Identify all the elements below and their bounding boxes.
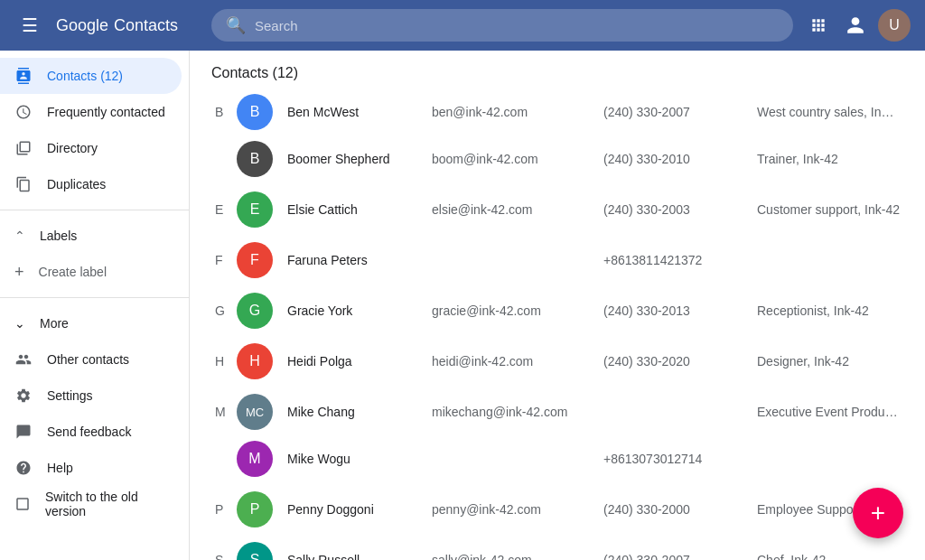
- search-bar[interactable]: 🔍: [211, 9, 793, 42]
- contact-org: Designer, Ink-42: [757, 354, 900, 369]
- contact-phone: (240) 330-2013: [603, 303, 757, 318]
- contact-row[interactable]: BBoomer Shepherdboom@ink-42.com(240) 330…: [211, 135, 903, 182]
- group-letter: P: [215, 502, 237, 517]
- contact-avatar: F: [237, 242, 273, 278]
- contact-group-h: HHHeidi Polgaheidi@ink-42.com(240) 330-2…: [211, 338, 903, 385]
- search-icon: 🔍: [226, 15, 246, 35]
- contact-group-g: GGGracie Yorkgracie@ink-42.com(240) 330-…: [211, 287, 903, 334]
- sidebar-item-contacts[interactable]: Contacts (12): [0, 58, 182, 94]
- frequently-icon: [14, 104, 33, 120]
- contact-row[interactable]: FFFaruna Peters+8613811421372: [211, 237, 903, 284]
- contact-row[interactable]: SSSally Russellsally@ink-42.com(240) 330…: [211, 537, 903, 560]
- contact-avatar: P: [237, 491, 273, 527]
- feedback-label: Send feedback: [47, 425, 131, 439]
- contacts-table: BBBen McWestben@ink-42.com(240) 330-2007…: [211, 89, 903, 560]
- contact-avatar: E: [237, 191, 273, 228]
- search-input[interactable]: [255, 18, 779, 33]
- contact-row[interactable]: MMike Wogu+8613073012714: [211, 435, 903, 482]
- contact-avatar: S: [237, 542, 273, 560]
- contact-name: Elsie Cattich: [287, 202, 432, 217]
- menu-icon[interactable]: ☰: [14, 7, 45, 43]
- settings-label: Settings: [47, 388, 93, 403]
- contact-avatar: G: [237, 293, 273, 329]
- feedback-icon: [14, 424, 33, 440]
- contact-row[interactable]: HHHeidi Polgaheidi@ink-42.com(240) 330-2…: [211, 338, 903, 385]
- duplicates-label: Duplicates: [47, 177, 106, 191]
- directory-icon: [14, 140, 33, 156]
- contact-org: Chef, Ink-42: [757, 553, 900, 560]
- group-letter: S: [215, 553, 237, 560]
- switch-label: Switch to the old version: [45, 490, 167, 518]
- contact-email: heidi@ink-42.com: [432, 354, 603, 369]
- group-letter: H: [215, 354, 237, 369]
- create-label-btn[interactable]: + Create label: [0, 254, 189, 290]
- sidebar-item-switch[interactable]: Switch to the old version: [0, 486, 182, 522]
- contact-group-b: BBBen McWestben@ink-42.com(240) 330-2007…: [211, 89, 903, 182]
- contact-email: elsie@ink-42.com: [432, 202, 603, 217]
- sidebar-item-feedback[interactable]: Send feedback: [0, 414, 182, 450]
- settings-icon: [14, 387, 33, 404]
- contact-phone: (240) 330-2007: [603, 553, 757, 560]
- contact-phone: (240) 330-2003: [603, 202, 757, 217]
- other-contacts-label: Other contacts: [47, 352, 129, 367]
- apps-icon[interactable]: [804, 11, 833, 40]
- sidebar-item-duplicates[interactable]: Duplicates: [0, 166, 182, 202]
- contact-phone: (240) 330-2020: [603, 354, 757, 369]
- contact-org: West country sales, Ink-42: [757, 105, 900, 119]
- contact-group-f: FFFaruna Peters+8613811421372: [211, 237, 903, 284]
- group-letter: G: [215, 303, 237, 318]
- contact-email: penny@ink-42.com: [432, 502, 603, 517]
- contact-name: Gracie York: [287, 303, 432, 318]
- sidebar-item-directory[interactable]: Directory: [0, 130, 182, 166]
- help-label: Help: [47, 461, 73, 475]
- group-letter: E: [215, 202, 237, 217]
- contacts-label: Contacts (12): [47, 69, 123, 83]
- contact-name: Mike Chang: [287, 405, 432, 419]
- user-avatar[interactable]: U: [878, 9, 911, 42]
- duplicates-icon: [14, 176, 33, 192]
- add-contact-fab[interactable]: +: [853, 488, 903, 538]
- contact-email: mikechang@ink-42.com: [432, 405, 603, 419]
- contact-phone: (240) 330-2007: [603, 105, 757, 119]
- help-icon: [14, 460, 33, 476]
- contact-name: Heidi Polga: [287, 354, 432, 369]
- contact-row[interactable]: PPPenny Doggonipenny@ink-42.com(240) 330…: [211, 486, 903, 533]
- contact-name: Faruna Peters: [287, 253, 432, 267]
- group-letter: M: [215, 405, 237, 419]
- contact-avatar: H: [237, 343, 273, 379]
- more-text: More: [40, 316, 69, 331]
- contact-row[interactable]: BBBen McWestben@ink-42.com(240) 330-2007…: [211, 89, 903, 135]
- sidebar-item-settings[interactable]: Settings: [0, 378, 182, 414]
- contact-group-p: PPPenny Doggonipenny@ink-42.com(240) 330…: [211, 486, 903, 533]
- sidebar-item-frequently[interactable]: Frequently contacted: [0, 94, 182, 130]
- other-contacts-icon: [14, 351, 33, 368]
- create-label-text: Create label: [39, 265, 107, 279]
- contact-group-e: EEElsie Cattichelsie@ink-42.com(240) 330…: [211, 186, 903, 233]
- contact-org: Executive Event Producer, Ink...: [757, 405, 900, 419]
- contact-row[interactable]: EEElsie Cattichelsie@ink-42.com(240) 330…: [211, 186, 903, 233]
- app-logo: Google Contacts: [56, 16, 201, 35]
- contact-name: Boomer Shepherd: [287, 152, 432, 166]
- contact-group-m: MMCMike Changmikechang@ink-42.comExecuti…: [211, 388, 903, 482]
- sidebar-item-help[interactable]: Help: [0, 450, 182, 486]
- main-content: Contacts (12) BBBen McWestben@ink-42.com…: [190, 51, 925, 560]
- more-header[interactable]: ⌄ More: [0, 305, 189, 341]
- contact-row[interactable]: GGGracie Yorkgracie@ink-42.com(240) 330-…: [211, 287, 903, 334]
- contact-phone: +8613811421372: [603, 253, 757, 267]
- contact-name: Sally Russell: [287, 553, 432, 560]
- frequently-label: Frequently contacted: [47, 105, 165, 119]
- contacts-icon: [14, 68, 33, 84]
- contact-name: Penny Doggoni: [287, 502, 432, 517]
- contact-phone: +8613073012714: [603, 452, 757, 466]
- contact-avatar: M: [237, 441, 273, 477]
- contact-phone: (240) 330-2000: [603, 502, 757, 517]
- topbar: ☰ Google Contacts 🔍 U: [0, 0, 925, 51]
- contact-row[interactable]: MMCMike Changmikechang@ink-42.comExecuti…: [211, 388, 903, 435]
- contact-org: Customer support, Ink-42: [757, 202, 900, 217]
- logo-contacts: Contacts: [114, 16, 178, 35]
- labels-header[interactable]: ⌃ Labels: [0, 218, 189, 254]
- account-icon[interactable]: [840, 10, 871, 41]
- page-title: Contacts (12): [211, 65, 903, 81]
- sidebar-item-other-contacts[interactable]: Other contacts: [0, 341, 182, 378]
- contact-avatar: MC: [237, 394, 273, 430]
